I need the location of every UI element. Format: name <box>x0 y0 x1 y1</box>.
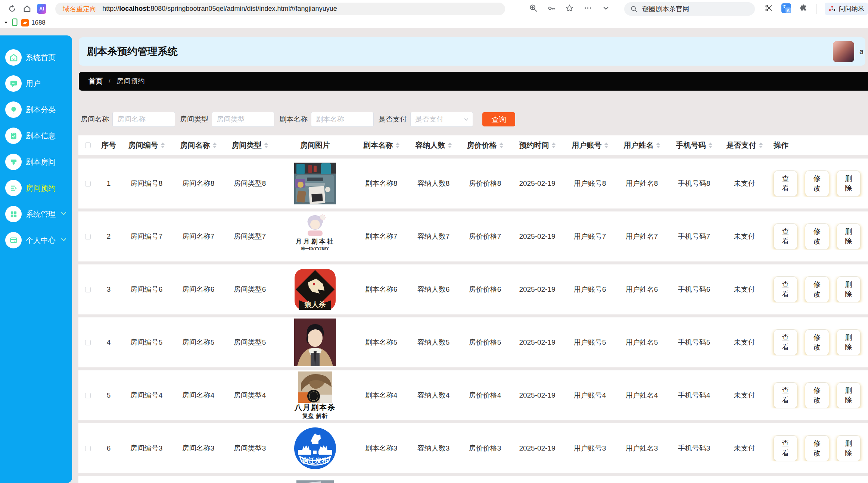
cell-capacity: 容纳人数5 <box>408 338 459 347</box>
phone-bookmark-icon[interactable] <box>12 18 18 28</box>
chevron-down-icon[interactable] <box>60 236 67 244</box>
delete-button[interactable]: 删除 <box>837 435 861 461</box>
sort-icon[interactable] <box>656 142 660 148</box>
reload-icon[interactable] <box>7 3 17 15</box>
script-name-input[interactable] <box>311 112 374 127</box>
key-icon[interactable] <box>547 4 556 14</box>
zoom-icon[interactable] <box>529 4 538 14</box>
cell-price: 房价价格5 <box>459 338 511 347</box>
row-checkbox[interactable] <box>85 340 91 345</box>
chevron-down-icon[interactable] <box>602 4 610 14</box>
tab-search-box[interactable]: 谜圈剧本杀官网 <box>624 2 755 16</box>
sort-icon[interactable] <box>213 142 217 148</box>
search-button[interactable]: 查询 <box>482 112 515 126</box>
avatar[interactable] <box>833 41 854 62</box>
card-icon <box>5 232 22 248</box>
cell-room_no: 房间编号4 <box>120 391 172 400</box>
delete-button[interactable]: 删除 <box>837 329 861 355</box>
column-header-phone[interactable]: 手机号码 <box>668 140 721 150</box>
sort-icon[interactable] <box>709 142 712 148</box>
paid-label: 是否支付 <box>379 115 407 124</box>
column-header-capacity[interactable]: 容纳人数 <box>408 140 459 150</box>
sort-icon[interactable] <box>500 142 503 148</box>
column-header-room_type[interactable]: 房间类型 <box>224 140 276 150</box>
sort-icon[interactable] <box>604 142 608 148</box>
url-bar[interactable]: 域名重定向 http://localhost:8080/springbootra… <box>55 3 505 15</box>
column-header-script_name[interactable]: 剧本名称 <box>355 140 408 150</box>
edit-button[interactable]: 修改 <box>805 382 829 408</box>
scissors-icon[interactable] <box>765 4 773 14</box>
bookmark-1688[interactable]: 1688 <box>21 19 46 26</box>
bookmark-star-icon[interactable] <box>565 4 574 14</box>
edit-button[interactable]: 修改 <box>805 223 829 250</box>
view-button[interactable]: 查看 <box>774 329 797 355</box>
row-checkbox[interactable] <box>85 181 91 186</box>
ai-extension-icon[interactable]: AI <box>37 4 47 14</box>
delete-button[interactable]: 删除 <box>837 170 861 197</box>
row-checkbox[interactable] <box>85 446 91 451</box>
flag-icon <box>5 154 22 170</box>
column-header-price[interactable]: 房价价格 <box>459 140 511 150</box>
view-button[interactable]: 查看 <box>774 276 797 302</box>
sidebar-item-script-info[interactable]: 剧本信息 <box>0 123 72 149</box>
sidebar-item-label: 系统管理 <box>26 209 56 219</box>
sort-icon[interactable] <box>552 142 556 148</box>
view-button[interactable]: 查看 <box>774 382 797 408</box>
bookmarks-caret-icon[interactable] <box>4 19 8 26</box>
row-checkbox[interactable] <box>85 393 91 398</box>
room-type-input[interactable] <box>212 112 274 127</box>
overflow-menu-icon[interactable] <box>584 4 592 14</box>
paid-select[interactable]: 是否支付 <box>410 112 473 127</box>
row-checkbox[interactable] <box>85 287 91 292</box>
sort-icon[interactable] <box>161 142 165 148</box>
room-name-input[interactable] <box>112 112 175 127</box>
translate-icon[interactable]: 文A <box>781 3 791 15</box>
view-button[interactable]: 查看 <box>774 223 797 250</box>
cell-user_name: 用户姓名5 <box>616 338 668 347</box>
column-header-account[interactable]: 用户账号 <box>564 140 616 150</box>
home-icon[interactable] <box>22 3 32 15</box>
edit-button[interactable]: 修改 <box>805 329 829 355</box>
breadcrumb-home[interactable]: 首页 <box>88 76 103 86</box>
chevron-down-icon[interactable] <box>60 210 67 218</box>
cell-account: 用户账号8 <box>564 179 616 188</box>
sidebar-item-script-room[interactable]: 剧本房间 <box>0 149 72 175</box>
extension-puzzle-icon[interactable] <box>799 4 808 14</box>
home-icon <box>5 49 22 66</box>
edit-button[interactable]: 修改 <box>805 170 829 197</box>
column-header-paid[interactable]: 是否支付 <box>721 140 768 150</box>
sort-icon[interactable] <box>448 142 452 148</box>
delete-button[interactable]: 删除 <box>837 276 861 302</box>
sort-icon[interactable] <box>396 142 399 148</box>
sidebar-item-home[interactable]: 系统首页 <box>0 44 72 70</box>
sidebar-item-room-reservation[interactable]: 房间预约 <box>0 175 72 201</box>
sidebar-item-system-management[interactable]: 系统管理 <box>0 201 72 227</box>
column-header-time[interactable]: 预约时间 <box>511 140 564 150</box>
sidebar-item-script-category[interactable]: 剧本分类 <box>0 97 72 123</box>
table-header-row: 序号房间编号房间名称房间类型房间图片剧本名称容纳人数房价价格预约时间用户账号用户… <box>78 135 868 155</box>
edit-button[interactable]: 修改 <box>805 435 829 461</box>
cell-time: 2025-02-19 <box>511 338 564 346</box>
view-button[interactable]: 查看 <box>774 170 797 197</box>
cell-account: 用户账号6 <box>564 285 616 294</box>
toolbar-divider <box>816 4 816 14</box>
sort-icon[interactable] <box>759 142 763 148</box>
row-checkbox[interactable] <box>85 234 91 239</box>
column-header-user_name[interactable]: 用户姓名 <box>616 140 668 150</box>
view-button[interactable]: 查看 <box>774 435 797 461</box>
app-page: 剧本杀预约管理系统 a 首页 / 房间预约 房间名称 房间类型 剧本名称 <box>0 28 868 483</box>
delete-button[interactable]: 删除 <box>837 382 861 408</box>
sort-icon[interactable] <box>264 142 268 148</box>
sidebar-item-users[interactable]: 用户 <box>0 70 72 97</box>
cell-room_type: 房间类型3 <box>224 443 276 453</box>
cell-phone: 手机号码7 <box>668 232 721 241</box>
edit-button[interactable]: 修改 <box>805 276 829 302</box>
sidebar-item-personal-center[interactable]: 个人中心 <box>0 227 72 253</box>
column-header-room_name[interactable]: 房间名称 <box>172 140 224 150</box>
column-header-room_no[interactable]: 房间编号 <box>120 140 172 150</box>
sidebar-item-label: 剧本信息 <box>26 131 56 141</box>
assistant-button[interactable]: 问问纳米 <box>825 3 868 15</box>
row-select-cell <box>78 340 97 345</box>
delete-button[interactable]: 删除 <box>837 223 861 250</box>
select-all-checkbox[interactable] <box>85 142 91 148</box>
